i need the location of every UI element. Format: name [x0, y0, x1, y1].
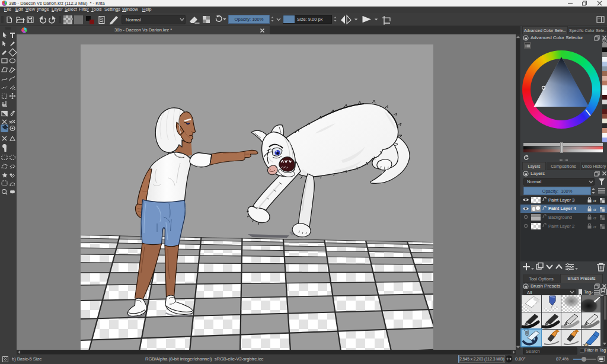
svg-text:α: α: [593, 215, 596, 221]
svg-text:α: α: [593, 223, 596, 229]
svg-text:α: α: [593, 206, 596, 212]
svg-text:α: α: [593, 197, 596, 203]
